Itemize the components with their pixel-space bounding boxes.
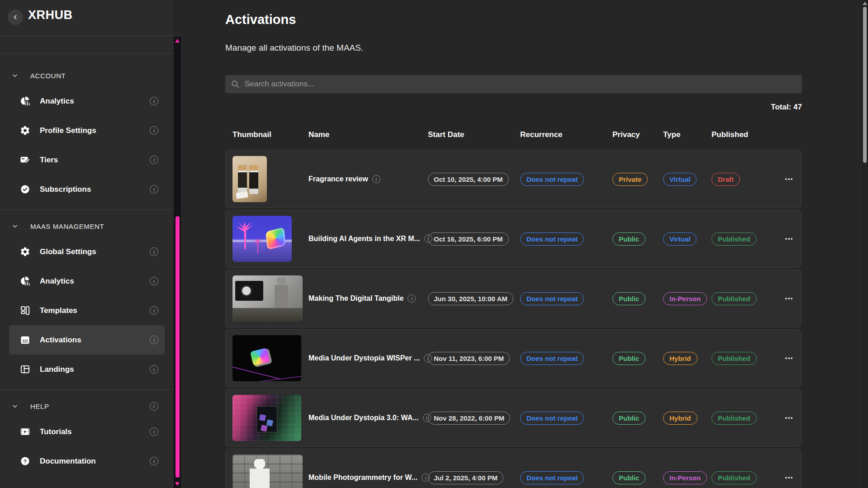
film-play-icon bbox=[20, 426, 30, 437]
published-badge: Published bbox=[711, 292, 757, 305]
sidebar-item-activations[interactable]: Activations bbox=[9, 325, 165, 355]
sidebar-section: HELP Tutorials ? Documentation bbox=[0, 395, 174, 476]
sidebar-item-label: Global Settings bbox=[40, 247, 96, 256]
activation-thumbnail bbox=[232, 455, 303, 488]
activation-thumbnail bbox=[232, 395, 301, 441]
info-icon[interactable] bbox=[150, 427, 158, 436]
column-header-recurrence: Recurrence bbox=[520, 130, 612, 139]
sidebar-item-documentation[interactable]: ? Documentation bbox=[9, 446, 165, 476]
info-icon[interactable] bbox=[150, 156, 158, 164]
sidebar-item-templates[interactable]: Templates bbox=[9, 296, 165, 325]
table-row[interactable]: Making The Digital Tangible Jun 30, 2025… bbox=[225, 270, 802, 327]
sidebar-section: ACCOUNT Analytics Profile Settings Tiers… bbox=[0, 65, 174, 204]
chevron-down-icon bbox=[11, 223, 19, 230]
published-badge: Published bbox=[711, 412, 757, 425]
sidebar-section-label: HELP bbox=[30, 403, 49, 410]
sidebar-item-subscriptions[interactable]: Subscriptions bbox=[9, 175, 165, 204]
search-icon bbox=[231, 80, 240, 89]
activations-table: Fragrance review Oct 10, 2025, 4:00 PM D… bbox=[225, 150, 802, 488]
sidebar-section-label: MAAS MANAGEMENT bbox=[30, 223, 104, 230]
info-icon[interactable] bbox=[150, 402, 158, 411]
recurrence-badge: Does not repeat bbox=[520, 173, 584, 186]
info-icon[interactable] bbox=[150, 277, 158, 285]
type-badge: Virtual bbox=[663, 232, 697, 246]
info-icon[interactable] bbox=[150, 97, 158, 105]
activation-name: Fragrance review bbox=[308, 175, 368, 183]
activation-name: Mobile Photogrammetry for W... bbox=[308, 474, 417, 482]
row-actions-button[interactable] bbox=[785, 355, 794, 361]
chevron-left-icon bbox=[12, 14, 19, 21]
table-row[interactable]: Fragrance review Oct 10, 2025, 4:00 PM D… bbox=[225, 150, 802, 208]
table-row[interactable]: Building AI Agents in the XR M... Oct 16… bbox=[225, 210, 802, 268]
sidebar-item-landings[interactable]: Landings bbox=[9, 355, 165, 384]
sidebar-item-tiers[interactable]: Tiers bbox=[9, 145, 165, 175]
info-icon[interactable] bbox=[150, 126, 158, 135]
sidebar-section-header[interactable]: MAAS MANAGEMENT bbox=[0, 215, 174, 237]
sidebar-item-label: Landings bbox=[40, 365, 74, 374]
total-count: Total: 47 bbox=[225, 103, 802, 112]
sidebar-item-profile-settings[interactable]: Profile Settings bbox=[9, 116, 165, 145]
sidebar-item-tutorials[interactable]: Tutorials bbox=[9, 417, 165, 446]
type-badge: In-Person bbox=[663, 471, 707, 484]
info-icon[interactable] bbox=[372, 175, 380, 183]
gear-icon bbox=[20, 125, 30, 136]
row-actions-button[interactable] bbox=[785, 474, 794, 481]
start-date-badge: Oct 16, 2025, 6:00 PM bbox=[428, 232, 509, 246]
sidebar-divider bbox=[0, 389, 174, 390]
sidebar-section-label: ACCOUNT bbox=[30, 72, 66, 80]
sidebar-scrollbar-thumb[interactable] bbox=[175, 216, 180, 478]
scrollbar-down-arrow-icon[interactable] bbox=[175, 482, 180, 486]
scrollbar-up-arrow-icon[interactable] bbox=[175, 39, 180, 43]
page-title: Activations bbox=[225, 12, 296, 27]
sidebar-item-label: Documentation bbox=[40, 457, 96, 466]
sidebar-header: XRHUB bbox=[0, 0, 174, 36]
privacy-badge: Public bbox=[612, 292, 645, 305]
info-icon[interactable] bbox=[150, 365, 158, 374]
check-circle-icon bbox=[20, 184, 30, 194]
sidebar-item-label: Analytics bbox=[40, 277, 74, 286]
templates-icon bbox=[20, 305, 30, 316]
sidebar-divider bbox=[0, 209, 174, 210]
window-scrollbar-thumb[interactable] bbox=[863, 7, 867, 163]
info-icon[interactable] bbox=[150, 336, 158, 344]
sidebar-item-analytics[interactable]: Analytics bbox=[9, 266, 165, 296]
recurrence-badge: Does not repeat bbox=[520, 352, 584, 365]
activation-name: Media Under Dystopia 3.0: WA... bbox=[308, 414, 419, 422]
table-row[interactable]: Mobile Photogrammetry for W... Jul 2, 20… bbox=[225, 449, 802, 488]
info-icon[interactable] bbox=[150, 185, 158, 194]
back-button[interactable] bbox=[8, 9, 23, 25]
sidebar-item-label: Templates bbox=[40, 306, 77, 315]
sidebar-item-analytics[interactable]: Analytics bbox=[9, 86, 165, 116]
sidebar-item-label: Activations bbox=[40, 336, 81, 345]
privacy-badge: Public bbox=[612, 232, 645, 246]
row-actions-button[interactable] bbox=[785, 236, 794, 242]
window-scrollbar[interactable] bbox=[862, 0, 868, 488]
info-icon[interactable] bbox=[150, 247, 158, 256]
sidebar-item-label: Subscriptions bbox=[40, 185, 91, 194]
recurrence-badge: Does not repeat bbox=[520, 471, 584, 484]
info-icon[interactable] bbox=[150, 457, 158, 465]
start-date-badge: Oct 10, 2025, 4:00 PM bbox=[428, 173, 509, 186]
table-row[interactable]: Media Under Dystopia WISPer ... Nov 11, … bbox=[225, 329, 802, 387]
sidebar-item-global-settings[interactable]: Global Settings bbox=[9, 237, 165, 266]
info-icon[interactable] bbox=[408, 294, 416, 303]
start-date-badge: Jun 30, 2025, 10:00 AM bbox=[428, 292, 513, 305]
sidebar-section-header[interactable]: HELP bbox=[0, 395, 174, 417]
published-badge: Draft bbox=[711, 173, 740, 186]
app-title: XRHUB bbox=[28, 8, 73, 22]
type-badge: Hybrid bbox=[663, 352, 697, 365]
sidebar-section-header[interactable]: ACCOUNT bbox=[0, 65, 174, 86]
search-input[interactable] bbox=[244, 79, 797, 89]
info-icon[interactable] bbox=[150, 306, 158, 315]
sidebar-scrollbar[interactable] bbox=[174, 36, 181, 488]
row-actions-button[interactable] bbox=[785, 295, 794, 302]
activation-thumbnail bbox=[232, 216, 292, 262]
published-badge: Published bbox=[711, 232, 757, 246]
table-row[interactable]: Media Under Dystopia 3.0: WA... Nov 28, … bbox=[225, 389, 802, 447]
row-actions-button[interactable] bbox=[785, 415, 794, 421]
scrollbar-up-arrow-icon[interactable] bbox=[863, 2, 867, 5]
type-badge: Hybrid bbox=[663, 412, 697, 425]
privacy-badge: Public bbox=[612, 471, 645, 484]
row-actions-button[interactable] bbox=[785, 176, 794, 182]
column-header-privacy: Privacy bbox=[612, 130, 663, 139]
